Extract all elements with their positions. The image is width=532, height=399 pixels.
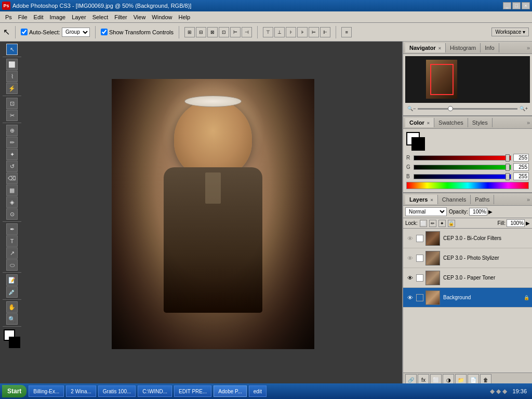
tab-color[interactable]: Color × [405,118,434,127]
canvas-area[interactable] [24,42,402,387]
layer-visibility-3[interactable]: 👁 [405,273,415,283]
minimize-btn[interactable]: _ [503,2,511,9]
distribute-bottom-btn[interactable]: ⊩ [320,27,330,37]
g-value[interactable] [513,163,529,171]
align-top-btn[interactable]: ⊡ [219,27,229,37]
tool-blur[interactable]: ◈ [6,196,18,208]
lock-pixels-btn[interactable]: ✏ [429,220,436,227]
tool-move[interactable]: ↖ [6,44,18,55]
layer-visibility-2[interactable]: 👁 [405,254,415,263]
nav-zoom-slider[interactable] [418,108,517,110]
tool-hand[interactable]: ✋ [6,301,18,313]
align-bottom-btn[interactable]: ⊣ [242,27,252,37]
layer-checkbox-3[interactable] [416,274,423,282]
tool-marquee[interactable]: ⬜ [6,59,18,70]
distribute-v-btn[interactable]: ⊥ [274,27,285,37]
close-color-tab[interactable]: × [427,121,430,126]
tool-history[interactable]: ↺ [6,161,18,172]
b-value[interactable] [513,172,529,180]
tab-layers[interactable]: Layers × [405,195,438,204]
extra-options-btn[interactable]: ≡ [341,27,352,37]
align-center-btn[interactable]: ⊟ [196,27,206,37]
taskbar-item-6[interactable]: Adobe P... [214,385,246,397]
tool-shape[interactable]: ⬭ [6,259,18,271]
align-middle-btn[interactable]: ⊢ [230,27,241,37]
menu-help[interactable]: Help [175,13,193,21]
opacity-arrow[interactable]: ▶ [488,209,493,215]
layer-item[interactable]: 👁 CEP 3.0 - Photo Stylizer [403,248,532,268]
tool-slice[interactable]: ✂ [6,110,18,121]
menu-file[interactable]: File [15,13,31,21]
zoom-out-icon[interactable]: 🔍− [407,106,416,111]
tab-styles[interactable]: Styles [468,118,493,127]
tool-zoom[interactable]: 🔍 [6,313,18,325]
color-spectrum[interactable] [406,182,529,189]
b-thumb[interactable] [506,173,510,180]
toolbox-bg-color[interactable] [9,337,20,348]
workspace-btn[interactable]: Workspace ▾ [491,28,529,36]
close-layers-tab[interactable]: × [431,197,433,203]
nav-view-rect[interactable] [430,64,454,95]
taskbar-item-3[interactable]: Gratis 100... [98,385,136,397]
tool-eyedropper[interactable]: 💉 [6,286,18,298]
lock-all-btn[interactable]: 🔒 [448,220,455,227]
maximize-btn[interactable]: □ [512,2,521,9]
menu-filter[interactable]: Filter [111,13,130,21]
distribute-h-btn[interactable]: ⊤ [263,27,273,37]
fill-input[interactable] [507,219,525,227]
tool-magic-wand[interactable]: ⚡ [6,83,18,94]
r-value[interactable] [513,154,529,162]
tool-eraser[interactable]: ⌫ [6,172,18,184]
align-right-btn[interactable]: ⊠ [207,27,218,37]
taskbar-item-5[interactable]: EDIT PRE... [174,385,211,397]
g-thumb[interactable] [506,164,510,171]
auto-select-dropdown[interactable]: Group Layer [62,28,90,37]
close-btn[interactable]: × [522,2,530,9]
opacity-input[interactable] [469,208,487,216]
menu-window[interactable]: Window [149,13,175,21]
layers-panel-close[interactable]: » [527,196,530,203]
distribute-center-btn[interactable]: ⊦ [286,27,296,37]
g-slider[interactable] [414,165,511,170]
tab-swatches[interactable]: Swatches [434,118,468,127]
menu-ps[interactable]: Ps [2,13,15,21]
layer-checkbox-1[interactable] [416,235,423,242]
align-left-btn[interactable]: ⊞ [184,27,195,37]
background-color[interactable] [411,137,425,151]
close-navigator-tab[interactable]: × [438,46,441,51]
r-thumb[interactable] [506,154,510,162]
layer-checkbox-2[interactable] [416,255,423,262]
auto-select-checkbox[interactable] [21,29,28,35]
tool-lasso[interactable]: ⌇ [6,71,18,82]
lock-position-btn[interactable]: ✦ [438,220,446,227]
tab-channels[interactable]: Channels [438,195,471,204]
layer-visibility-4[interactable]: 👁 [405,293,415,302]
taskbar-item-4[interactable]: C:\WIND... [138,385,172,397]
fill-arrow[interactable]: ▶ [526,220,530,226]
distribute-right-btn[interactable]: ⊧ [297,27,308,37]
tab-navigator[interactable]: Navigator × [405,43,446,52]
tool-brush[interactable]: ✏ [6,137,18,148]
start-button[interactable]: Start [2,385,26,397]
move-tool-icon[interactable]: ↖ [3,27,10,37]
zoom-in-icon[interactable]: 🔍+ [520,106,528,111]
layer-checkbox-4[interactable] [416,294,423,301]
menu-view[interactable]: View [130,13,149,21]
r-slider[interactable] [414,155,511,161]
taskbar-item-1[interactable]: Billing-Ex... [29,385,64,397]
taskbar-item-7[interactable]: edit [249,385,267,397]
taskbar-item-2[interactable]: 2 Wina... [66,385,96,397]
tab-histogram[interactable]: Histogram [446,43,481,52]
tool-path[interactable]: ↗ [6,247,18,259]
layer-item[interactable]: 👁 CEP 3.0 - Paper Toner [403,268,532,288]
tab-paths[interactable]: Paths [471,195,494,204]
tool-healing[interactable]: ⊕ [6,125,18,136]
tool-type[interactable]: T [6,235,18,247]
tool-pen[interactable]: ✒ [6,223,18,235]
menu-select[interactable]: Select [89,13,112,21]
menu-layer[interactable]: Layer [69,13,89,21]
tool-gradient[interactable]: ▦ [6,184,18,196]
tool-crop[interactable]: ⊡ [6,98,18,109]
blend-mode-select[interactable]: Normal Multiply Screen Overlay [405,207,447,216]
tab-info[interactable]: Info [481,43,499,52]
